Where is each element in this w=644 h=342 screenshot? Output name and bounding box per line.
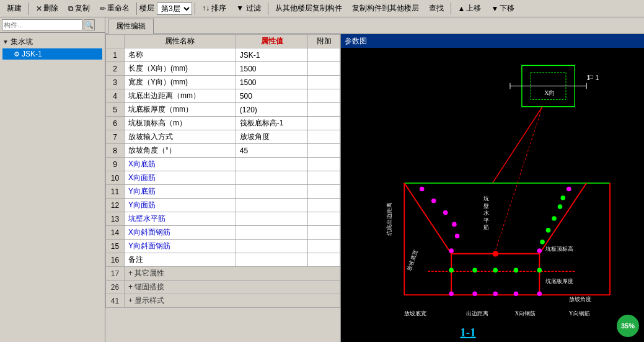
prop-name[interactable]: 坑壁水平筋 bbox=[125, 212, 236, 226]
rename-button[interactable]: ✏ 重命名 bbox=[95, 2, 134, 16]
divider-1 bbox=[29, 2, 29, 15]
svg-point-30 bbox=[546, 228, 551, 233]
prop-value[interactable]: 筏板底标高-1 bbox=[236, 117, 308, 130]
copy-to-button[interactable]: 复制构件到其他楼层 bbox=[348, 2, 423, 16]
tree-item-jsk1[interactable]: ⚙ JSK-1 bbox=[2, 48, 102, 60]
prop-value[interactable] bbox=[236, 158, 308, 171]
table-row: 3 宽度（Y向）(mm) 1500 bbox=[106, 76, 340, 89]
svg-point-23 bbox=[452, 222, 457, 227]
copy-icon: ⧉ bbox=[68, 4, 74, 13]
prop-extra bbox=[308, 130, 340, 144]
tree-expand-icon: ▼ bbox=[2, 38, 9, 45]
prop-name: 长度（X向）(mm) bbox=[125, 62, 236, 76]
row-num: 12 bbox=[106, 199, 125, 212]
prop-name[interactable]: X向面筋 bbox=[125, 171, 236, 185]
prop-value[interactable] bbox=[236, 226, 308, 240]
svg-text:X向: X向 bbox=[544, 89, 555, 96]
group-label[interactable]: + 其它属性 bbox=[125, 267, 340, 281]
tree-category-item[interactable]: ▼ 集水坑 bbox=[2, 35, 102, 48]
prop-name[interactable]: X向斜面钢筋 bbox=[125, 226, 236, 240]
row-num: 2 bbox=[106, 62, 125, 76]
prop-value[interactable] bbox=[236, 171, 308, 185]
svg-point-26 bbox=[567, 187, 571, 192]
prop-value[interactable] bbox=[236, 212, 308, 226]
filter-button[interactable]: ▼ 过滤 bbox=[232, 2, 265, 16]
prop-value[interactable] bbox=[236, 185, 308, 199]
prop-extra bbox=[308, 48, 340, 62]
prop-name[interactable]: Y向面筋 bbox=[125, 199, 236, 212]
prop-extra bbox=[308, 253, 340, 267]
prop-extra bbox=[308, 144, 340, 158]
search-button[interactable]: 🔍 bbox=[84, 19, 95, 30]
new-button[interactable]: 新建 bbox=[2, 2, 26, 16]
prop-name: 备注 bbox=[125, 253, 236, 267]
prop-value[interactable] bbox=[236, 253, 308, 267]
row-num: 10 bbox=[106, 171, 125, 185]
svg-text:Y向钢筋: Y向钢筋 bbox=[569, 310, 590, 317]
svg-point-39 bbox=[472, 291, 477, 296]
svg-point-33 bbox=[449, 268, 454, 273]
svg-point-24 bbox=[455, 234, 460, 239]
svg-point-25 bbox=[449, 248, 454, 253]
col-extra-header: 附加 bbox=[308, 35, 340, 48]
prop-value[interactable]: (120) bbox=[236, 103, 308, 117]
table-row: 6 坑板顶标高（m） 筏板底标高-1 bbox=[106, 117, 340, 130]
prop-name[interactable]: X向底筋 bbox=[125, 158, 236, 171]
divider-3 bbox=[195, 2, 195, 15]
row-num: 17 bbox=[106, 267, 125, 281]
rename-label: 重命名 bbox=[107, 3, 130, 14]
prop-name[interactable]: Y向斜面钢筋 bbox=[125, 240, 236, 253]
prop-extra bbox=[308, 212, 340, 226]
svg-point-32 bbox=[537, 248, 542, 253]
sort-button[interactable]: ↑↓ 排序 bbox=[198, 2, 231, 16]
prop-value[interactable]: 500 bbox=[236, 89, 308, 103]
prop-value[interactable]: 1500 bbox=[236, 62, 308, 76]
delete-button[interactable]: ✕ 删除 bbox=[32, 2, 63, 16]
svg-text:□: □ bbox=[589, 73, 593, 80]
prop-name[interactable]: Y向底筋 bbox=[125, 185, 236, 199]
table-row: 5 坑底板厚度（mm） (120) bbox=[106, 103, 340, 117]
floor-select[interactable]: 第3层 bbox=[157, 2, 192, 15]
group-label[interactable]: + 显示样式 bbox=[125, 294, 340, 308]
prop-value[interactable]: 1500 bbox=[236, 76, 308, 89]
prop-extra bbox=[308, 76, 340, 89]
divider-5 bbox=[451, 2, 451, 15]
prop-name: 放坡角度（°） bbox=[125, 144, 236, 158]
prop-value[interactable] bbox=[236, 199, 308, 212]
search-input[interactable] bbox=[2, 19, 82, 30]
prop-extra bbox=[308, 62, 340, 76]
row-num: 26 bbox=[106, 281, 125, 294]
diagram-canvas: X向 1 1 □ bbox=[341, 48, 644, 342]
prop-name: 坑底板厚度（mm） bbox=[125, 103, 236, 117]
search-icon: 🔍 bbox=[85, 21, 94, 29]
prop-value[interactable]: 放坡角度 bbox=[236, 130, 308, 144]
down-button[interactable]: ▼ 下移 bbox=[487, 2, 519, 16]
table-row: 7 放坡输入方式 放坡角度 bbox=[106, 130, 340, 144]
prop-value[interactable] bbox=[236, 240, 308, 253]
table-row: 12 Y向面筋 bbox=[106, 199, 340, 212]
table-row: 4 坑底出边距离（mm） 500 bbox=[106, 89, 340, 103]
find-button[interactable]: 查找 bbox=[425, 2, 448, 16]
svg-text:坑底板厚度: 坑底板厚度 bbox=[545, 278, 573, 284]
copy-button[interactable]: ⧉ 复制 bbox=[64, 2, 94, 16]
prop-value[interactable]: JSK-1 bbox=[236, 48, 308, 62]
row-num: 4 bbox=[106, 89, 125, 103]
zoom-badge[interactable]: 35% bbox=[617, 315, 639, 337]
table-row: 16 备注 bbox=[106, 253, 340, 267]
up-button[interactable]: ▲ 上移 bbox=[454, 2, 486, 16]
tab-property-editor[interactable]: 属性编辑 bbox=[108, 19, 154, 34]
prop-value[interactable]: 45 bbox=[236, 144, 308, 158]
rename-icon: ✏ bbox=[100, 4, 106, 13]
row-num: 8 bbox=[106, 144, 125, 158]
svg-text:水: 水 bbox=[483, 210, 489, 216]
main-area: 🔍 ▼ 集水坑 ⚙ JSK-1 属性编辑 bbox=[0, 17, 644, 342]
floor-label: 楼层 bbox=[139, 3, 154, 14]
table-row: 13 坑壁水平筋 bbox=[106, 212, 340, 226]
copy-from-button[interactable]: 从其他楼层复制构件 bbox=[271, 2, 346, 16]
prop-extra bbox=[308, 89, 340, 103]
table-row: 9 X向底筋 bbox=[106, 158, 340, 171]
props-table: 属性名称 属性值 附加 1 名称 JSK-1 2 长度（X向）(mm) 1500 bbox=[105, 34, 340, 308]
props-table-wrap: 属性名称 属性值 附加 1 名称 JSK-1 2 长度（X向）(mm) 1500 bbox=[105, 34, 341, 342]
group-label[interactable]: + 锚固搭接 bbox=[125, 281, 340, 294]
svg-text:X向钢筋: X向钢筋 bbox=[515, 310, 536, 317]
